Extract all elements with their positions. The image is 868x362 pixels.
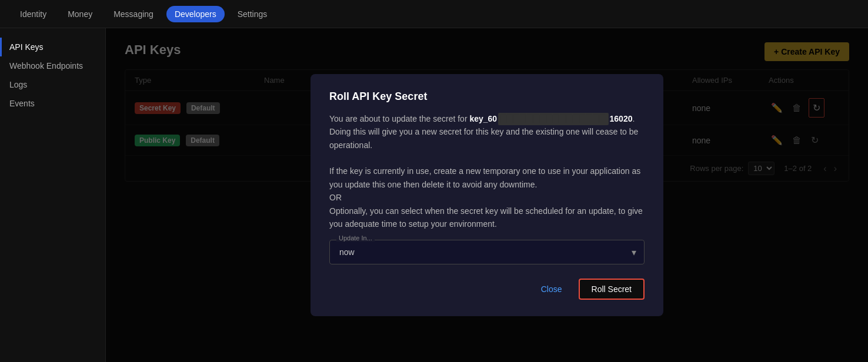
modal-title: Roll API Key Secret [329, 90, 645, 103]
nav-identity[interactable]: Identity [12, 6, 55, 22]
modal-body-prefix: You are about to update the secret for [329, 114, 469, 123]
main-content: API Keys + Create API Key Type Name Crea… [106, 28, 868, 362]
modal-overlay: Roll API Key Secret You are about to upd… [106, 28, 868, 362]
modal-key-name: key_60 [469, 114, 497, 123]
roll-secret-modal: Roll API Key Secret You are about to upd… [311, 74, 663, 317]
modal-key-suffix: 16020 [610, 114, 633, 123]
sidebar: API Keys Webhook Endpoints Logs Events [0, 28, 106, 362]
update-in-select[interactable]: now 1 hour 24 hours 7 days [329, 240, 645, 264]
nav-money[interactable]: Money [59, 6, 101, 22]
modal-body-optional: Optionally, you can select when the secr… [329, 205, 645, 231]
sidebar-item-logs[interactable]: Logs [0, 75, 105, 94]
nav-messaging[interactable]: Messaging [105, 6, 162, 22]
dropdown-label: Update In... [336, 234, 375, 242]
nav-developers[interactable]: Developers [166, 6, 225, 22]
sidebar-item-api-keys[interactable]: API Keys [0, 38, 105, 56]
update-in-field: Update In... now 1 hour 24 hours 7 days … [329, 240, 645, 264]
modal-or-text: OR [329, 191, 645, 204]
roll-secret-button[interactable]: Roll Secret [579, 279, 645, 300]
nav-settings[interactable]: Settings [229, 6, 276, 22]
modal-body-warning: If the key is currently in use, create a… [329, 165, 645, 191]
modal-body: You are about to update the secret for k… [329, 112, 645, 231]
modal-footer: Close Roll Secret [329, 279, 645, 300]
top-navigation: Identity Money Messaging Developers Sett… [0, 0, 868, 28]
sidebar-item-events[interactable]: Events [0, 94, 105, 113]
sidebar-item-webhook-endpoints[interactable]: Webhook Endpoints [0, 56, 105, 75]
key-masked: ████████████████ [498, 113, 608, 125]
close-button[interactable]: Close [532, 280, 572, 299]
